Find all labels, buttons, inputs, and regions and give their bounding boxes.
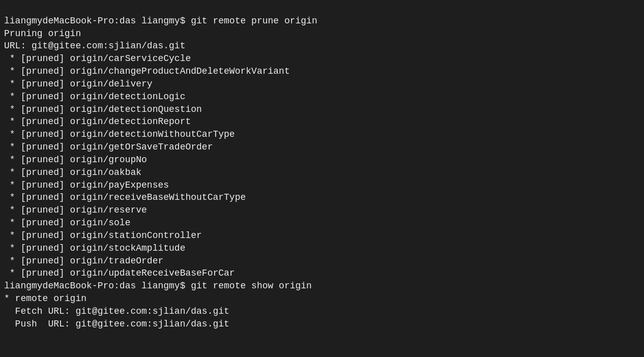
terminal-line: * [pruned] origin/carServiceCycle: [4, 52, 640, 65]
terminal-line: * remote origin: [4, 292, 640, 305]
terminal-line: * [pruned] origin/getOrSaveTradeOrder: [4, 141, 640, 154]
terminal-line: * [pruned] origin/groupNo: [4, 154, 640, 166]
terminal-line: * [pruned] origin/sole: [4, 217, 640, 229]
terminal-line: URL: git@gitee.com:sjlian/das.git: [4, 40, 640, 52]
terminal-line: * [pruned] origin/delivery: [4, 78, 640, 91]
terminal-line: * [pruned] origin/reserve: [4, 204, 640, 217]
terminal-line: * [pruned] origin/changeProductAndDelete…: [4, 65, 640, 78]
terminal-line: * [pruned] origin/payExpenses: [4, 179, 640, 192]
terminal-line: * [pruned] origin/updateReceiveBaseForCa…: [4, 267, 640, 280]
terminal-line: * [pruned] origin/receiveBaseWithoutCarT…: [4, 191, 640, 204]
terminal-line: * [pruned] origin/detectionReport: [4, 115, 640, 128]
terminal-line: * [pruned] origin/oakbak: [4, 166, 640, 179]
terminal-line: * [pruned] origin/detectionLogic: [4, 91, 640, 103]
terminal-line: * [pruned] origin/stationController: [4, 229, 640, 242]
terminal-line: Push URL: git@gitee.com:sjlian/das.git: [4, 318, 640, 331]
terminal-line: liangmydeMacBook-Pro:das liangmy$ git re…: [4, 15, 640, 27]
terminal-window[interactable]: liangmydeMacBook-Pro:das liangmy$ git re…: [0, 0, 644, 357]
terminal-line: * [pruned] origin/detectionWithoutCarTyp…: [4, 128, 640, 141]
terminal-line: Fetch URL: git@gitee.com:sjlian/das.git: [4, 305, 640, 318]
terminal-line: * [pruned] origin/detectionQuestion: [4, 103, 640, 116]
terminal-line: Pruning origin: [4, 27, 640, 40]
terminal-line: liangmydeMacBook-Pro:das liangmy$ git re…: [4, 280, 640, 292]
terminal-line: * [pruned] origin/stockAmplitude: [4, 242, 640, 255]
terminal-line: * [pruned] origin/tradeOrder: [4, 255, 640, 267]
